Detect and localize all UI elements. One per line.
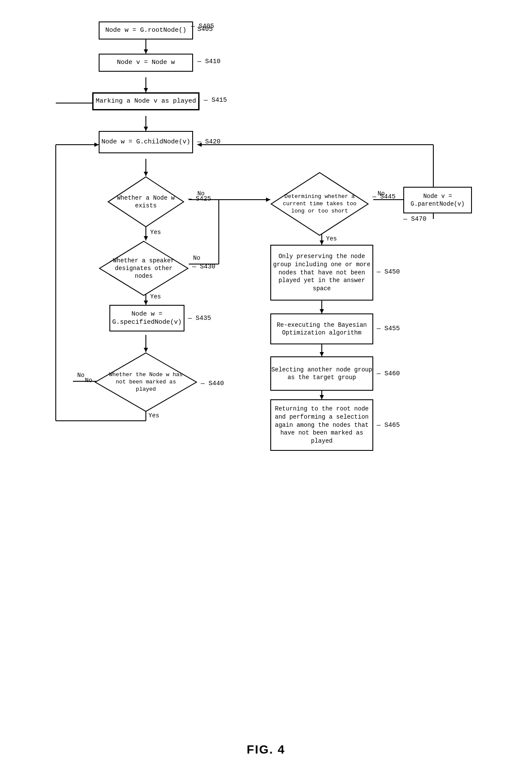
box-s470: Node v = G.parentNode(v) xyxy=(403,187,472,213)
svg-marker-7 xyxy=(144,172,148,176)
diamond-s440: Whether the Node w has not been marked a… xyxy=(94,352,197,412)
box-s455: Re-executing the Bayesian Optimization a… xyxy=(270,313,373,344)
figure-caption: FIG. 4 xyxy=(247,743,285,757)
svg-marker-45 xyxy=(320,395,324,399)
box-s410: Node v = Node w xyxy=(99,54,193,72)
svg-text:No: No xyxy=(193,255,200,261)
svg-marker-43 xyxy=(320,352,324,356)
svg-marker-32 xyxy=(320,240,324,245)
svg-text:Yes: Yes xyxy=(150,229,161,236)
svg-marker-15 xyxy=(144,301,148,305)
svg-marker-27 xyxy=(94,143,99,147)
svg-text:Yes: Yes xyxy=(148,412,159,419)
svg-marker-3 xyxy=(144,88,148,92)
svg-text:No: No xyxy=(77,372,85,379)
svg-text:Yes: Yes xyxy=(326,235,337,242)
flowchart-diagram: Yes No Yes No Yes No Yes No xyxy=(30,13,502,734)
svg-marker-1 xyxy=(144,49,148,54)
svg-marker-41 xyxy=(320,309,324,313)
diamond-s445: Determining whether a current time takes… xyxy=(270,172,369,236)
diamond-s430: Whether a speaker designates other nodes xyxy=(99,240,189,296)
box-s415: Marking a Node v as played xyxy=(92,92,200,110)
svg-marker-5 xyxy=(144,127,148,131)
svg-marker-9 xyxy=(144,236,148,240)
box-s465: Returning to the root node and performin… xyxy=(270,399,373,451)
svg-marker-22 xyxy=(144,348,148,352)
box-s460: Selecting another node group as the targ… xyxy=(270,356,373,391)
box-s405: Node w = G.rootNode() xyxy=(99,21,193,40)
box-s450: Only preserving the node group including… xyxy=(270,245,373,301)
diamond-s425: Whether a Node w exists xyxy=(107,176,184,228)
svg-marker-12 xyxy=(266,198,270,202)
box-s435: Node w = G.specifiedNode(v) xyxy=(109,305,184,331)
box-s420: Node w = G.childNode(v) xyxy=(99,131,193,153)
